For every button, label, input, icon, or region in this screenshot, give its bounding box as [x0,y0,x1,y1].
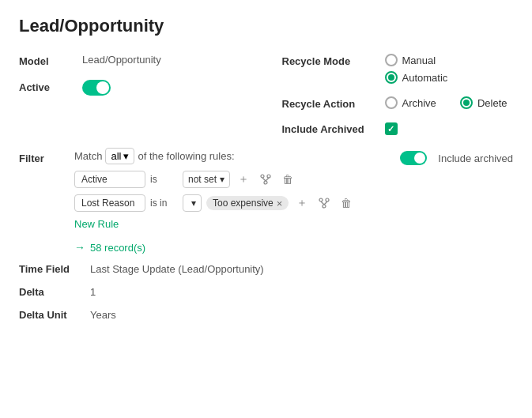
arrow-right-icon: → [74,241,85,254]
active-toggle[interactable] [82,80,111,96]
records-link[interactable]: → 58 record(s) [74,241,400,254]
rule2-op-chevron: ▾ [191,198,196,209]
filter-rule-1: Active is not set ▾ ＋ 🗑 [74,171,400,188]
include-archived-toggle[interactable] [400,151,427,165]
recycle-mode-label: Recycle Mode [282,54,385,67]
model-label: Model [19,54,82,67]
page-title: Lead/Opportunity [19,16,513,36]
svg-point-2 [264,181,267,184]
recycle-mode-automatic[interactable]: Automatic [385,71,448,84]
time-field-value: Last Stage Update (Lead/Opportunity) [90,263,264,275]
delta-unit-label: Delta Unit [19,309,90,321]
recycle-action-label: Recycle Action [282,96,385,110]
filter-label: Filter [19,148,74,164]
include-archived-toggle-label: Include archived [438,153,513,164]
radio-automatic-label: Automatic [402,72,448,84]
new-rule-link[interactable]: New Rule [74,218,119,230]
svg-point-0 [261,175,264,178]
recycle-action-archive[interactable]: Archive Delete [385,96,507,109]
delta-value: 1 [90,286,96,298]
rule2-tag-label: Too expensive [213,198,274,209]
model-value: Lead/Opportunity [82,54,161,66]
recycle-action-options: Archive Delete [385,96,507,109]
rule2-operator: is in [150,198,178,209]
time-field-label: Time Field [19,263,90,275]
delta-label: Delta [19,286,90,298]
include-archived-label: Include Archived [282,123,385,135]
rule2-add-button[interactable]: ＋ [293,194,311,212]
filter-rule-2: Lost Reason is in ▾ Too expensive × ＋ [74,194,400,212]
rule1-delete-button[interactable]: 🗑 [279,171,296,188]
rule2-operator-select[interactable]: ▾ [183,194,202,212]
svg-point-1 [267,175,270,178]
rule1-chevron: ▾ [220,174,224,185]
svg-line-8 [321,201,324,205]
rule1-field[interactable]: Active [74,171,145,188]
delta-unit-value: Years [90,309,116,321]
match-all-button[interactable]: all ▾ [105,148,134,164]
match-all-value: all [111,150,121,162]
radio-manual [385,54,398,66]
radio-delete-label: Delete [477,97,507,109]
radio-archive [385,96,398,109]
rule2-field[interactable]: Lost Reason [74,194,145,212]
rule1-value-select[interactable]: not set ▾ [183,171,230,188]
following-rules-text: of the following rules: [138,150,234,162]
include-archived-checkbox[interactable] [385,122,398,135]
svg-line-4 [266,178,269,181]
rule1-branch-button[interactable] [257,171,274,188]
rule1-value: not set [188,174,217,185]
rule2-branch-button[interactable] [315,194,333,212]
svg-point-7 [323,205,326,208]
radio-archive-label: Archive [402,97,436,109]
svg-line-3 [262,178,266,181]
svg-line-9 [324,201,327,205]
radio-manual-label: Manual [402,55,436,66]
radio-automatic [385,71,398,84]
svg-point-5 [319,198,323,201]
rule2-tag: Too expensive × [206,196,289,210]
recycle-mode-options: Manual Automatic [385,54,448,84]
radio-delete [460,96,473,109]
active-label: Active [19,80,82,93]
rule2-tag-remove[interactable]: × [277,198,283,209]
svg-point-6 [326,198,329,201]
rule1-add-button[interactable]: ＋ [235,171,252,188]
match-text: Match [74,150,102,162]
recycle-mode-manual[interactable]: Manual [385,54,448,66]
rule2-delete-button[interactable]: 🗑 [338,194,355,212]
rule1-operator: is [150,174,178,185]
match-all-chevron: ▾ [123,150,129,162]
records-count: 58 record(s) [90,242,145,254]
